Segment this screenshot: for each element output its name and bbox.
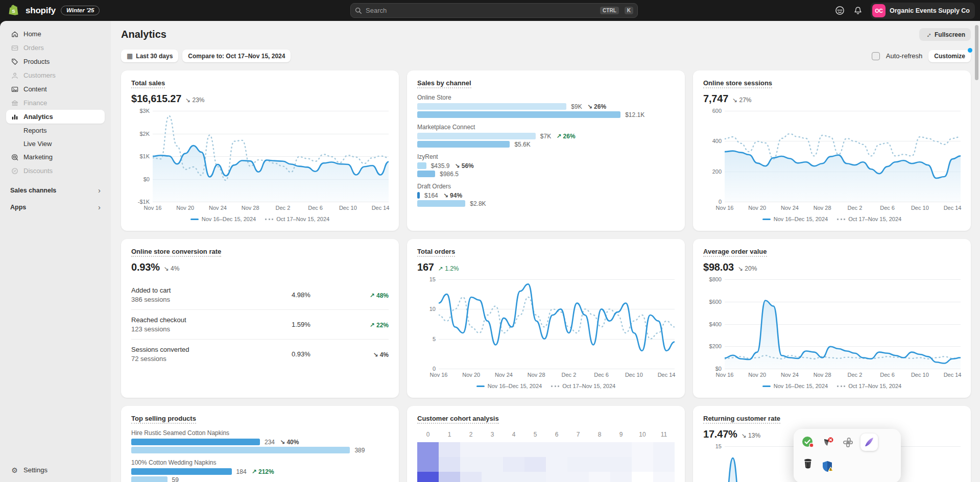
approve-check-icon[interactable] [801, 435, 815, 449]
cohort-cell[interactable] [439, 442, 460, 457]
cohort-cell[interactable] [589, 472, 610, 482]
sidebar-item-marketing[interactable]: Marketing [6, 150, 105, 164]
version-badge: Winter '25 [61, 6, 100, 15]
cohort-cell[interactable] [439, 472, 460, 482]
x-axis-label: Nov 24 [495, 372, 513, 378]
top-products-title[interactable]: Top selling products [131, 415, 196, 424]
cohort-cell[interactable] [460, 457, 482, 472]
sales-by-channel-card: Sales by channel Online Store$9K↘ 26%$12… [407, 70, 685, 231]
cohort-cell[interactable] [610, 457, 632, 472]
trash-icon[interactable] [801, 456, 815, 471]
sales-by-channel-title[interactable]: Sales by channel [417, 79, 471, 88]
cohort-cell[interactable] [546, 457, 567, 472]
sidebar-section-sales-channels[interactable]: Sales channels › [10, 186, 101, 195]
y-axis-label: $800 [703, 276, 722, 282]
x-axis-label: Dec 6 [308, 205, 323, 211]
blocker-badge-icon[interactable] [821, 435, 835, 449]
sidebar-section-apps[interactable]: Apps › [10, 203, 101, 211]
total-orders-title[interactable]: Total orders [417, 248, 455, 257]
total-orders-card: Total orders 167 ↗ 1.2% 151050Nov 16Nov … [407, 239, 685, 398]
cohort-cell[interactable] [524, 442, 546, 457]
sidebar-item-live-view[interactable]: Live View [6, 137, 105, 150]
y-axis-label: 15 [417, 276, 436, 282]
conversion-step-rate: 0.93% [292, 350, 353, 358]
clover-grid-icon[interactable] [841, 435, 855, 449]
cohort-cell[interactable] [417, 457, 439, 472]
cohort-cell[interactable] [503, 457, 524, 472]
previous-period-value: $2.8K [470, 200, 486, 207]
search-input[interactable]: Search CTRL K [350, 3, 638, 18]
sidebar-item-customers[interactable]: Customers [6, 68, 105, 82]
cohort-cell[interactable] [632, 457, 653, 472]
cohort-cell[interactable] [567, 472, 589, 482]
cohort-cell[interactable] [417, 472, 439, 482]
store-name: Organic Events Supply Co [890, 7, 970, 14]
total-orders-chart: 151050 [439, 279, 675, 369]
returning-title[interactable]: Returning customer rate [703, 415, 780, 424]
date-range-button[interactable]: ▦ Last 30 days [121, 50, 178, 62]
cohort-cell[interactable] [632, 442, 653, 457]
auto-refresh-checkbox[interactable] [872, 52, 880, 60]
cohort-cell[interactable] [503, 472, 524, 482]
scrollbar-thumb[interactable] [975, 25, 978, 80]
total-sales-title[interactable]: Total sales [131, 79, 165, 88]
cohort-cell[interactable] [439, 457, 460, 472]
sidekick-icon[interactable] [834, 5, 845, 16]
shopify-bag-icon: S [8, 4, 20, 17]
cohort-cell[interactable] [546, 442, 567, 457]
cohort-cell[interactable] [482, 472, 503, 482]
cohort-cell[interactable] [482, 457, 503, 472]
sidebar-item-analytics[interactable]: Analytics [6, 110, 105, 124]
notifications-bell-icon[interactable] [852, 5, 864, 16]
compare-button[interactable]: Compare to: Oct 17–Nov 15, 2024 [182, 50, 291, 62]
conversion-title[interactable]: Online store conversion rate [131, 248, 221, 257]
returning-value: 17.47% [703, 428, 737, 440]
cohort-cell[interactable] [589, 442, 610, 457]
cohort-cell[interactable] [653, 457, 675, 472]
sidebar-item-orders[interactable]: Orders [6, 41, 105, 55]
x-axis-label: Nov 28 [814, 372, 831, 378]
aov-title[interactable]: Average order value [703, 248, 767, 257]
sidebar-item-discounts[interactable]: Discounts [6, 164, 105, 178]
cohort-cell[interactable] [524, 472, 546, 482]
cohort-cell[interactable] [653, 472, 675, 482]
apps-label: Apps [10, 204, 26, 211]
cohort-column-label: 3 [482, 431, 503, 438]
sessions-title[interactable]: Online store sessions [703, 79, 772, 88]
current-period-bar [131, 439, 260, 445]
cohort-cell[interactable] [503, 442, 524, 457]
sidebar-item-products[interactable]: Products [6, 55, 105, 68]
fullscreen-button[interactable]: ↔ Fullscreen [919, 28, 971, 41]
sidebar-item-label: Live View [23, 140, 52, 148]
cohort-cell[interactable] [610, 442, 632, 457]
product-row: 100% Cotton Wedding Napkins184↗ 212%59 [131, 459, 389, 482]
sidebar-item-reports[interactable]: Reports [6, 124, 105, 137]
cohort-cell[interactable] [482, 442, 503, 457]
cohort-cell[interactable] [417, 442, 439, 457]
cohort-cell[interactable] [653, 442, 675, 457]
cohort-cell[interactable] [610, 472, 632, 482]
cohort-cell[interactable] [567, 457, 589, 472]
channel-row: IzyRent$435.9↘ 56%$986.5 [417, 153, 675, 177]
cohort-cell[interactable] [460, 442, 482, 457]
x-axis-label: Nov 20 [748, 205, 766, 211]
cohort-cell[interactable] [546, 472, 567, 482]
cohort-cell[interactable] [567, 442, 589, 457]
customize-button[interactable]: Customize [928, 50, 971, 62]
cohort-cell[interactable] [524, 457, 546, 472]
current-period-value: $164 [424, 192, 438, 199]
store-account-menu[interactable]: OC Organic Events Supply Co [871, 3, 975, 19]
sidebar-item-settings[interactable]: ⚙ Settings [6, 463, 105, 477]
shield-warning-icon[interactable] [821, 460, 835, 474]
sidebar-item-content[interactable]: Content [6, 82, 105, 96]
cohort-cell[interactable] [589, 457, 610, 472]
x-axis-label: Nov 24 [209, 205, 227, 211]
shopify-logo[interactable]: S shopify Winter '25 [0, 4, 100, 17]
sidebar-item-home[interactable]: Home [6, 27, 105, 41]
feather-pen-icon[interactable] [861, 433, 878, 451]
cohort-cell[interactable] [460, 472, 482, 482]
sidebar-item-finance[interactable]: Finance [6, 96, 105, 110]
shortcut-ctrl-key: CTRL [600, 7, 619, 14]
cohort-cell[interactable] [632, 472, 653, 482]
cohort-title[interactable]: Customer cohort analysis [417, 415, 499, 424]
